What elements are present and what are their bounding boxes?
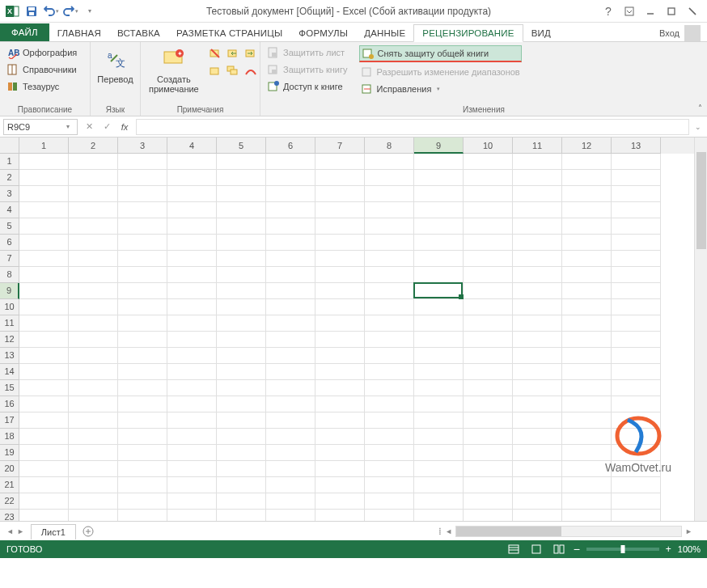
cell[interactable] xyxy=(118,396,167,412)
select-all-corner[interactable] xyxy=(0,137,19,154)
row-header[interactable]: 17 xyxy=(0,412,19,429)
cell[interactable] xyxy=(266,477,315,493)
cell[interactable] xyxy=(562,315,612,332)
row-header[interactable]: 10 xyxy=(0,299,19,315)
cell[interactable] xyxy=(414,445,464,461)
page-break-view-icon[interactable] xyxy=(551,543,567,556)
undo-icon[interactable]: ▾ xyxy=(42,2,60,20)
cell[interactable] xyxy=(69,461,118,477)
thesaurus-button[interactable]: Тезаурус xyxy=(5,79,85,94)
cell[interactable] xyxy=(266,412,315,429)
column-header[interactable]: 2 xyxy=(69,137,118,154)
tab-view[interactable]: ВИД xyxy=(523,25,559,41)
cell[interactable] xyxy=(315,299,365,315)
cell[interactable] xyxy=(266,348,315,364)
cell[interactable] xyxy=(562,380,612,396)
track-changes-button[interactable]: Исправления▾ xyxy=(359,82,522,96)
cell[interactable] xyxy=(365,429,414,445)
cell[interactable] xyxy=(69,429,118,445)
cell[interactable] xyxy=(167,251,217,267)
cell[interactable] xyxy=(19,348,69,364)
row-header[interactable]: 2 xyxy=(0,170,19,186)
cell[interactable] xyxy=(167,218,217,235)
namebox-dropdown-icon[interactable]: ▾ xyxy=(62,123,74,130)
sheet-nav-prev-icon[interactable]: ◄ xyxy=(6,527,14,535)
cell[interactable] xyxy=(118,348,167,364)
cell[interactable] xyxy=(365,299,414,315)
cell[interactable] xyxy=(414,154,464,170)
cell[interactable] xyxy=(414,477,464,493)
cell[interactable] xyxy=(562,364,612,380)
name-box[interactable]: R9C9▾ xyxy=(3,119,78,135)
row-header[interactable]: 4 xyxy=(0,202,19,218)
cell[interactable] xyxy=(414,332,464,348)
cell[interactable] xyxy=(464,218,513,235)
cell[interactable] xyxy=(69,251,118,267)
cell[interactable] xyxy=(464,510,513,521)
cell[interactable] xyxy=(414,461,464,477)
cell[interactable] xyxy=(266,380,315,396)
fx-icon[interactable]: fx xyxy=(116,119,133,135)
cell[interactable] xyxy=(562,235,612,251)
cell[interactable] xyxy=(562,267,612,283)
cell[interactable] xyxy=(217,493,266,510)
cell[interactable] xyxy=(513,299,562,315)
cell[interactable] xyxy=(217,348,266,364)
cell[interactable] xyxy=(217,202,266,218)
cell[interactable] xyxy=(69,283,118,299)
cell[interactable] xyxy=(365,396,414,412)
cell[interactable] xyxy=(315,477,365,493)
cell[interactable] xyxy=(315,429,365,445)
cell[interactable] xyxy=(19,218,69,235)
cell[interactable] xyxy=(414,348,464,364)
cell[interactable] xyxy=(365,445,414,461)
cell[interactable] xyxy=(217,315,266,332)
cell[interactable] xyxy=(118,235,167,251)
cell[interactable] xyxy=(69,202,118,218)
cell[interactable] xyxy=(513,461,562,477)
research-button[interactable]: Справочники xyxy=(5,62,85,77)
cell[interactable] xyxy=(464,412,513,429)
cell[interactable] xyxy=(19,445,69,461)
cell[interactable] xyxy=(513,477,562,493)
excel-icon[interactable]: X xyxy=(3,2,21,20)
cell[interactable] xyxy=(167,364,217,380)
cell[interactable] xyxy=(513,154,562,170)
hscroll-thumb[interactable] xyxy=(456,527,561,536)
cell[interactable] xyxy=(217,380,266,396)
cell[interactable] xyxy=(464,493,513,510)
cell[interactable] xyxy=(167,299,217,315)
cell[interactable] xyxy=(167,170,217,186)
cell[interactable] xyxy=(612,283,661,299)
hscroll-left-icon[interactable]: ◄ xyxy=(445,527,452,535)
cell[interactable] xyxy=(118,332,167,348)
cell[interactable] xyxy=(69,332,118,348)
cell[interactable] xyxy=(513,380,562,396)
cell[interactable] xyxy=(19,251,69,267)
row-header[interactable]: 11 xyxy=(0,315,19,332)
tab-formulas[interactable]: ФОРМУЛЫ xyxy=(290,25,356,41)
column-header[interactable]: 11 xyxy=(513,137,562,154)
cell[interactable] xyxy=(612,299,661,315)
cell[interactable] xyxy=(69,364,118,380)
row-header[interactable]: 13 xyxy=(0,348,19,364)
cell[interactable] xyxy=(217,445,266,461)
cell[interactable] xyxy=(217,186,266,202)
cell[interactable] xyxy=(217,267,266,283)
cell[interactable] xyxy=(562,412,612,429)
cell[interactable] xyxy=(464,396,513,412)
cell[interactable] xyxy=(118,170,167,186)
cell[interactable] xyxy=(365,477,414,493)
cell[interactable] xyxy=(69,267,118,283)
cell[interactable] xyxy=(513,510,562,521)
cell[interactable] xyxy=(19,332,69,348)
cell[interactable] xyxy=(266,396,315,412)
cell[interactable] xyxy=(217,218,266,235)
cell[interactable] xyxy=(612,477,661,493)
cell[interactable] xyxy=(414,364,464,380)
cell[interactable] xyxy=(266,445,315,461)
row-header[interactable]: 20 xyxy=(0,461,19,477)
delete-comment-icon[interactable] xyxy=(207,45,223,61)
tab-file[interactable]: ФАЙЛ xyxy=(0,23,49,41)
cell[interactable] xyxy=(118,364,167,380)
